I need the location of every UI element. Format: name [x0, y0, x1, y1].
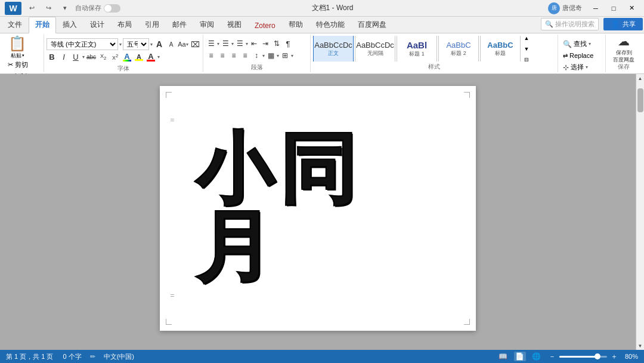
superscript-button[interactable]: X2 [110, 51, 120, 62]
select-label: 选择 [571, 63, 584, 72]
zoom-percent[interactable]: 80% [624, 353, 639, 360]
find-button[interactable]: 🔍 查找 ▾ [561, 38, 603, 50]
tab-help[interactable]: 帮助 [282, 17, 309, 33]
styles-down-button[interactable]: ▼ [522, 44, 531, 54]
bullets-button[interactable]: ☰ [206, 38, 216, 49]
share-button[interactable]: 👤 共享 [603, 18, 643, 30]
align-left-button[interactable]: ≡ [206, 50, 216, 61]
underline-button[interactable]: U [70, 51, 81, 62]
auto-save-toggle[interactable]: 自动保存 [75, 4, 120, 13]
tab-insert[interactable]: 插入 [56, 17, 83, 33]
font-family-select[interactable]: 等线 (中文正文) [47, 38, 118, 50]
multilevel-button[interactable]: ☰ [234, 38, 245, 49]
style-normal[interactable]: AaBbCcDc 正文 [313, 36, 354, 61]
style-heading1-label: 标题 1 [409, 50, 425, 58]
decrease-indent-button[interactable]: ⇤ [249, 38, 259, 49]
clear-format-button[interactable]: ⌧ [190, 39, 200, 50]
margin-mark-br [171, 294, 174, 295]
language[interactable]: 中文(中国) [103, 352, 135, 361]
quick-access-more[interactable]: ▾ [58, 2, 72, 15]
ribbon-right: 🔍 操作说明搜索 👤 共享 [541, 18, 643, 33]
replace-button[interactable]: ⇄ Replace [561, 51, 603, 60]
tab-design[interactable]: 设计 [83, 17, 111, 33]
select-button[interactable]: ⊹ 选择 ▾ [561, 61, 603, 73]
save-group-label: 保存 [608, 61, 639, 71]
user-area[interactable]: 唐 唐偲奇 [544, 1, 586, 16]
sort-button[interactable]: ⇅ [271, 38, 282, 49]
quick-access-redo[interactable]: ↪ [42, 2, 55, 15]
style-heading1[interactable]: AaBl 标题 1 [397, 36, 437, 61]
bullets-icon: ☰ [208, 39, 215, 48]
paste-button[interactable]: 📋 粘贴 ▾ [5, 36, 30, 59]
paragraph-group-label: 段落 [206, 62, 308, 72]
show-marks-button[interactable]: ¶ [283, 38, 293, 49]
style-heading2[interactable]: AaBbC 标题 2 [438, 36, 479, 61]
align-right-button[interactable]: ≡ [228, 50, 239, 61]
view-page-button[interactable]: 📄 [514, 352, 526, 361]
zoom-slider: － ＋ [547, 352, 619, 362]
justify-button[interactable]: ≡ [240, 50, 250, 61]
bold-button[interactable]: B [47, 51, 57, 62]
styles-up-button[interactable]: ▲ [522, 36, 531, 43]
select-icon: ⊹ [563, 63, 569, 72]
zoom-bar-fill [559, 356, 597, 358]
zoom-thumb[interactable] [595, 353, 600, 359]
center-button[interactable]: ≡ [217, 50, 228, 61]
strikethrough-button[interactable]: abc [86, 51, 97, 62]
style-title[interactable]: AaBbC 标题 [480, 36, 521, 61]
highlight-button[interactable]: A [134, 51, 144, 62]
tab-layout[interactable]: 布局 [111, 17, 138, 33]
scroll-down-button[interactable]: ▼ [636, 342, 645, 350]
page-content[interactable]: 小同月 [178, 104, 458, 313]
font-shrink-button[interactable]: A [166, 39, 177, 50]
borders-button[interactable]: ⊞ [280, 50, 290, 61]
shading-button[interactable]: ▦ [265, 50, 276, 61]
zoom-out-button[interactable]: － [547, 352, 557, 362]
font-grow-button[interactable]: A [154, 39, 165, 50]
page-info[interactable]: 第 1 页，共 1 页 [5, 352, 54, 361]
borders-icon: ⊞ [282, 51, 288, 60]
tab-references[interactable]: 引用 [138, 17, 166, 33]
zoom-bar[interactable] [559, 356, 607, 358]
tab-baidu[interactable]: 百度网盘 [351, 17, 393, 33]
view-read-button[interactable]: 📖 [497, 352, 509, 361]
font-size-select[interactable]: 五号 [123, 38, 149, 50]
style-no-spacing[interactable]: AaBbCcDc 无间隔 [355, 36, 395, 61]
search-area[interactable]: 🔍 操作说明搜索 [541, 18, 599, 30]
word-count[interactable]: 0 个字 [61, 352, 82, 361]
numbering-button[interactable]: ☰ [220, 38, 231, 49]
cut-button[interactable]: ✂ 剪切 [6, 59, 38, 70]
font-color-button[interactable]: A [145, 51, 156, 62]
title-bar-left: W ↩ ↪ ▾ 自动保存 [5, 2, 120, 15]
restore-button[interactable]: □ [606, 2, 621, 14]
tab-review[interactable]: 审阅 [193, 17, 221, 33]
tab-zotero[interactable]: Zotero [248, 19, 282, 33]
tab-mail[interactable]: 邮件 [166, 17, 193, 33]
tab-special[interactable]: 特色功能 [309, 17, 351, 33]
line-spacing-button[interactable]: ↕ [251, 50, 262, 61]
margin-mark-tl2 [171, 121, 174, 121]
tab-view[interactable]: 视图 [221, 17, 248, 33]
right-scrollbar: ▲ ▼ [636, 74, 644, 350]
styles-expand-button[interactable]: ⊟ [522, 55, 531, 62]
subscript-button[interactable]: X2 [98, 51, 109, 62]
tab-home[interactable]: 开始 [29, 17, 56, 33]
text-effects-button[interactable]: A [122, 51, 132, 62]
view-web-button[interactable]: 🌐 [531, 352, 543, 361]
scrollbar-thumb[interactable] [637, 88, 643, 112]
track-changes-icon: ✏ [90, 353, 95, 361]
tab-file[interactable]: 文件 [1, 17, 29, 33]
auto-save-switch[interactable] [104, 4, 120, 13]
minimize-button[interactable]: ─ [588, 2, 603, 14]
document-page: 小同月 [160, 86, 476, 331]
save-to-baidu-button[interactable]: ☁ 保存到百度网盘 [608, 36, 639, 61]
zoom-in-button[interactable]: ＋ [609, 352, 619, 362]
bold-icon: B [49, 53, 54, 61]
increase-indent-button[interactable]: ⇥ [260, 38, 271, 49]
font-shrink-icon: A [169, 41, 174, 48]
font-case-button[interactable]: Aa▾ [178, 39, 188, 50]
close-button[interactable]: ✕ [624, 2, 639, 14]
italic-button[interactable]: I [58, 51, 69, 62]
scroll-up-button[interactable]: ▲ [636, 74, 645, 82]
quick-access-undo[interactable]: ↩ [25, 2, 38, 15]
